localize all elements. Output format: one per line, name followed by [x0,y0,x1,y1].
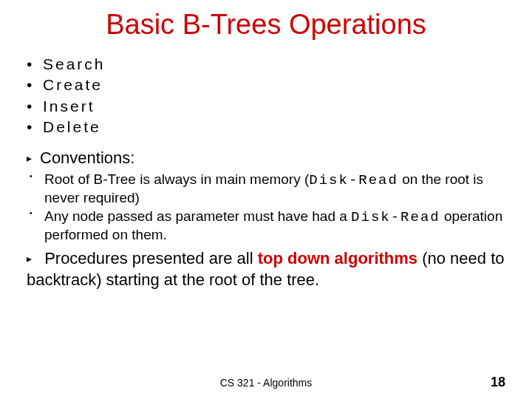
footer-course: CS 321 - Algorithms [0,377,532,389]
operation-item: Create [27,75,508,95]
slide-title: Basic B-Trees Operations [24,9,508,41]
footer-page-number: 18 [491,375,505,390]
procedures-text: Procedures presented are all top down al… [27,248,508,290]
convention-item: Any node passed as parameter must have h… [30,208,508,245]
text-fragment: Root of B-Tree is always in main memory … [44,171,309,187]
code-fragment: Disk-Read [309,172,398,188]
conventions-section: Conventions: Root of B-Tree is always in… [27,148,508,244]
slide: Basic B-Trees Operations Search Create I… [0,0,532,399]
conventions-list: Root of B-Tree is always in main memory … [30,171,508,244]
convention-item: Root of B-Tree is always in main memory … [30,171,508,208]
text-fragment: Any node passed as parameter must have h… [44,208,351,224]
operation-item: Insert [27,96,508,117]
procedures-section: Procedures presented are all top down al… [27,248,508,290]
emphasis: top down algorithms [258,249,417,267]
conventions-heading: Conventions: [27,148,508,169]
operation-item: Search [27,54,508,75]
code-fragment: Disk-Read [351,209,440,225]
text-fragment: Procedures presented are all [44,249,258,267]
operations-list: Search Create Insert Delete [27,54,508,137]
operation-item: Delete [27,117,508,137]
